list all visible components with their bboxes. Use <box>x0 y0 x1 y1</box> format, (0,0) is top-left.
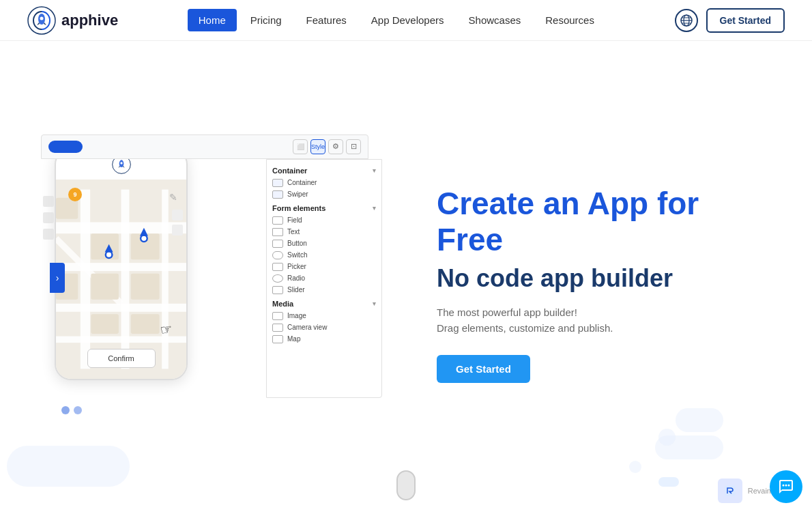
left-bar-icon-3 <box>43 229 54 240</box>
chat-bubble[interactable] <box>770 470 802 503</box>
hero-title: Create an App for Free <box>437 186 771 258</box>
bottom-sliders <box>61 406 82 414</box>
get-started-nav-button[interactable]: Get Started <box>706 8 785 33</box>
toolbar-pill <box>48 141 83 153</box>
bg-blob-6 <box>658 477 679 487</box>
section-form-elements: Form elements ▾ <box>272 204 376 212</box>
svg-rect-27 <box>131 314 160 334</box>
comp-field: Field <box>272 216 376 225</box>
nav-pricing[interactable]: Pricing <box>240 9 293 31</box>
svg-point-2 <box>40 16 44 20</box>
svg-rect-18 <box>162 189 169 369</box>
svg-point-32 <box>141 235 146 240</box>
svg-rect-23 <box>131 273 160 299</box>
comp-slider: Slider <box>272 286 376 294</box>
nav-app-developers[interactable]: App Developers <box>360 9 455 31</box>
chat-icon <box>778 479 794 495</box>
svg-rect-16 <box>81 189 90 369</box>
left-bar-icon-1 <box>43 196 54 207</box>
bg-blob-5 <box>629 461 641 473</box>
globe-icon <box>680 14 693 27</box>
bg-blob-1 <box>7 446 130 487</box>
phone-frame: 9 ✎ <box>55 148 188 380</box>
scroll-icon <box>396 470 416 500</box>
mockup-toolbar: ⬜ Style ⚙ ⊡ <box>41 134 368 159</box>
phone-edit-icon: ✎ <box>169 192 183 205</box>
section-media: Media ▾ <box>272 300 376 308</box>
comp-container: Container <box>272 179 376 187</box>
section-container: Container ▾ <box>272 167 376 175</box>
bg-blob-3 <box>676 408 723 432</box>
get-started-hero-button[interactable]: Get Started <box>437 355 530 383</box>
svg-rect-17 <box>121 189 130 369</box>
toolbar-icon-3: ⊡ <box>346 139 361 154</box>
nav-features[interactable]: Features <box>295 9 358 31</box>
arrow-nav-button[interactable]: › <box>50 263 65 293</box>
map-display: Confirm ☞ <box>56 180 186 379</box>
svg-point-10 <box>120 162 122 164</box>
comp-radio: Radio <box>272 274 376 283</box>
notification-badge: 9 <box>68 188 82 201</box>
revain-label: Revain <box>748 487 771 495</box>
comp-camera-view: Camera view <box>272 324 376 332</box>
svg-rect-34 <box>725 485 736 496</box>
comp-swiper: Swiper <box>272 190 376 199</box>
comp-map: Map <box>272 335 376 343</box>
nav-home[interactable]: Home <box>188 9 237 31</box>
hero-text: Create an App for Free No code app build… <box>382 172 771 384</box>
phone-more-icons <box>172 210 183 235</box>
comp-image: Image <box>272 312 376 320</box>
brand-name: apphive <box>61 12 118 29</box>
svg-rect-20 <box>91 233 119 259</box>
svg-rect-21 <box>91 273 119 299</box>
phone-side-icon-1 <box>172 210 183 220</box>
comp-text: Text <box>272 228 376 236</box>
confirm-button[interactable]: Confirm <box>87 349 156 368</box>
hero-section: ⬜ Style ⚙ ⊡ › 9 <box>0 41 812 514</box>
toolbar-icon-style: Style <box>310 139 325 154</box>
comp-button: Button <box>272 240 376 248</box>
app-builder-mockup: ⬜ Style ⚙ ⊡ › 9 <box>41 134 382 421</box>
left-icon-bar <box>41 196 56 240</box>
phone-side-icon-2 <box>172 225 183 235</box>
navbar: apphive Home Pricing Features App Develo… <box>0 0 812 41</box>
logo-icon <box>27 6 56 35</box>
hero-description: The most powerful app builder! Drag elem… <box>437 305 771 336</box>
scroll-indicator <box>396 470 416 500</box>
language-button[interactable] <box>675 9 698 32</box>
nav-right: Get Started <box>675 8 785 33</box>
bg-blob-4 <box>658 429 676 446</box>
toolbar-icon-2: ⚙ <box>328 139 343 154</box>
toolbar-icon-1: ⬜ <box>293 139 308 154</box>
logo[interactable]: apphive <box>27 6 118 35</box>
svg-point-29 <box>106 252 111 257</box>
nav-showcases[interactable]: Showcases <box>458 9 532 31</box>
comp-switch: Switch <box>272 251 376 259</box>
svg-point-35 <box>783 485 785 487</box>
component-panel: Container ▾ Container Swiper Form elemen… <box>266 159 382 398</box>
svg-point-36 <box>785 485 787 487</box>
nav-links: Home Pricing Features App Developers Sho… <box>188 9 605 31</box>
svg-point-37 <box>788 485 790 487</box>
revain-icon <box>718 479 742 503</box>
svg-rect-26 <box>91 314 119 334</box>
left-bar-icon-2 <box>43 212 54 223</box>
comp-picker: Picker <box>272 263 376 271</box>
revain-widget: Revain <box>718 479 771 503</box>
nav-resources[interactable]: Resources <box>534 9 605 31</box>
hero-subtitle: No code app builder <box>437 264 771 293</box>
